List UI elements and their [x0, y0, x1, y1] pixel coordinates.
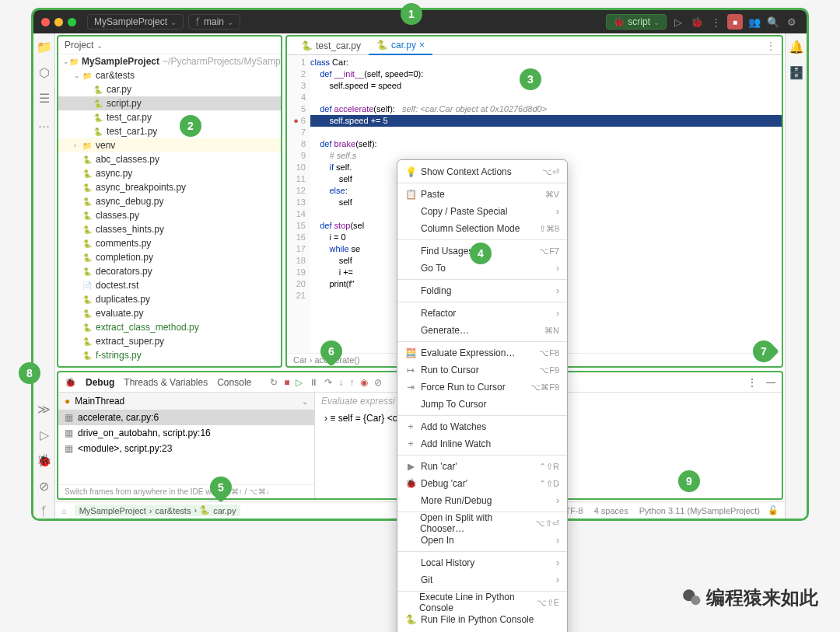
run-tool-icon[interactable]: ▷	[40, 428, 49, 442]
run-config-selector[interactable]: 🐞 script	[606, 14, 667, 30]
context-menu-item[interactable]: Open In›	[397, 532, 567, 549]
context-menu-item[interactable]: Folding›	[397, 282, 567, 299]
tree-item[interactable]: 🐍comments.py	[58, 236, 281, 250]
collapse-icon[interactable]: —	[766, 377, 775, 388]
context-menu-item[interactable]: +Add Inline Watch	[397, 435, 567, 452]
tree-item[interactable]: ⌄📁car&tests	[58, 68, 281, 82]
window-controls[interactable]	[41, 18, 76, 26]
context-menu-item[interactable]: Git›	[397, 571, 567, 588]
step-over-icon[interactable]: ↷	[324, 377, 332, 388]
tree-item[interactable]: 🐍test_car1.py	[58, 124, 281, 138]
context-menu-item[interactable]: Refactor›	[397, 305, 567, 322]
tree-item[interactable]: 🐍classes.py	[58, 208, 281, 222]
context-menu-item[interactable]: 💡Show Context Actions⌥⏎	[397, 163, 567, 180]
frames-list[interactable]: ▦ accelerate, car.py:6▦ drive_on_autobah…	[58, 410, 314, 484]
context-menu-item[interactable]: ⎘Compare with Clipboard	[397, 628, 567, 632]
close-icon[interactable]: ×	[419, 40, 425, 51]
editor-options-icon[interactable]: ⋮	[766, 40, 782, 51]
problems-tool-icon[interactable]: ⊘	[39, 479, 49, 494]
status-item[interactable]: 4 spaces	[594, 506, 628, 515]
mute-breakpoints-icon[interactable]: ⊘	[374, 377, 382, 388]
zoom-window-icon[interactable]	[68, 18, 76, 26]
tree-item[interactable]: 🐍abc_classes.py	[58, 152, 281, 166]
navigation-breadcrumb[interactable]: MySampleProject › car&tests › 🐍 car.py	[75, 505, 241, 516]
vcs-tool-icon[interactable]: ᚶ	[40, 505, 48, 519]
context-menu-item[interactable]: Jump To Cursor	[397, 396, 567, 413]
frame-row[interactable]: ▦ <module>, script.py:23	[58, 441, 314, 456]
tree-item[interactable]: 🐍decorators.py	[58, 264, 281, 278]
tree-item[interactable]: 🐍async_breakpoints.py	[58, 180, 281, 194]
minimize-window-icon[interactable]	[54, 18, 63, 26]
step-out-icon[interactable]: ↑	[349, 377, 354, 388]
tree-item[interactable]: 🐍extract_class_method.py	[58, 320, 281, 334]
context-menu-item[interactable]: Copy / Paste Special›	[397, 203, 567, 220]
project-tree[interactable]: ⌄📁MySampleProject~/PycharmProjects/MySam…	[58, 54, 281, 366]
notifications-icon[interactable]: 🔔	[789, 40, 804, 54]
context-menu-item[interactable]: ▶Run 'car'⌃⇧R	[397, 458, 567, 475]
status-item[interactable]: Python 3.11 (MySampleProject)	[639, 506, 760, 515]
context-menu-item[interactable]: 🧮Evaluate Expression…⌥F8	[397, 344, 567, 361]
run-button[interactable]: ▷	[671, 15, 685, 29]
tree-item[interactable]: 🐍f-strings.py	[58, 348, 281, 362]
commit-tool-icon[interactable]: ⬡	[39, 65, 50, 80]
project-pane-header[interactable]: Project	[58, 37, 281, 54]
tree-item[interactable]: 🐍extract_super.py	[58, 334, 281, 348]
context-menu-item[interactable]: ↦Run to Cursor⌥F9	[397, 361, 567, 379]
search-icon[interactable]: 🔍	[766, 15, 780, 29]
tree-item[interactable]: ›📁venv	[58, 138, 281, 152]
settings-icon[interactable]: ⚙	[785, 15, 799, 29]
debug-button[interactable]: 🐞	[690, 15, 704, 29]
tree-item[interactable]: 🐍completion.py	[58, 250, 281, 264]
context-menu-item[interactable]: Generate…⌘N	[397, 322, 567, 339]
context-menu-item[interactable]: 📋Paste⌘V	[397, 186, 567, 203]
tab-car[interactable]: 🐍 car.py ×	[369, 37, 432, 55]
context-menu-item[interactable]: ⇥Force Run to Cursor⌥⌘F9	[397, 379, 567, 396]
tree-item[interactable]: 📄doctest.rst	[58, 278, 281, 292]
tree-item[interactable]: ⌄📁MySampleProject~/PycharmProjects/MySam…	[58, 54, 281, 68]
tree-item[interactable]: 🐍test_car.py	[58, 110, 281, 124]
tree-item[interactable]: 🐍async.py	[58, 166, 281, 180]
thread-selector[interactable]: ● MainThread	[58, 393, 314, 410]
stop-icon[interactable]: ■	[284, 377, 289, 388]
structure-tool-icon[interactable]: ☰	[39, 91, 50, 106]
context-menu-item[interactable]: +Add to Watches	[397, 418, 567, 435]
python-console-icon[interactable]: ≫	[37, 402, 51, 417]
step-into-icon[interactable]: ↓	[338, 377, 343, 388]
view-breakpoints-icon[interactable]: ◉	[360, 377, 368, 388]
context-menu-item[interactable]: Column Selection Mode⇧⌘8	[397, 220, 567, 237]
hide-icon[interactable]: ⋮	[747, 377, 757, 388]
tree-item[interactable]: 🐍script.py	[58, 96, 281, 110]
context-menu[interactable]: 💡Show Context Actions⌥⏎📋Paste⌘VCopy / Pa…	[397, 159, 568, 632]
tree-item[interactable]: 🐍car.py	[58, 82, 281, 96]
more-actions-icon[interactable]: ⋮	[709, 15, 723, 29]
debug-tab-debug[interactable]: Debug	[86, 377, 114, 388]
debug-tab-console[interactable]: Console	[217, 377, 251, 388]
resume-icon[interactable]: ▷	[296, 377, 303, 388]
vcs-branch[interactable]: ᚶ main	[188, 14, 240, 30]
code-with-me-icon[interactable]: 👥	[747, 15, 761, 29]
more-tool-icon[interactable]: …	[38, 117, 51, 131]
rerun-icon[interactable]: ↻	[270, 377, 278, 388]
tree-item[interactable]: 🐍evaluate.py	[58, 306, 281, 320]
frame-row[interactable]: ▦ drive_on_autobahn, script.py:16	[58, 425, 314, 441]
context-menu-item[interactable]: Local History›	[397, 554, 567, 571]
tree-item[interactable]: 🐍classes_hints.py	[58, 222, 281, 236]
close-window-icon[interactable]	[41, 18, 50, 26]
tree-item[interactable]: 🐍duplicates.py	[58, 292, 281, 306]
project-selector[interactable]: MySampleProject	[87, 14, 184, 30]
context-menu-item[interactable]: Open in Split with Chooser…⌥⇧⏎	[397, 515, 567, 532]
debug-tab-threads[interactable]: Threads & Variables	[124, 377, 208, 388]
read-only-icon[interactable]: 🔓	[768, 505, 779, 515]
context-menu-item[interactable]: Execute Line in Python Console⌥⇧E	[397, 594, 567, 611]
stop-button[interactable]: ■	[727, 14, 743, 30]
project-tool-icon[interactable]: 📁	[37, 40, 52, 54]
frame-row[interactable]: ▦ accelerate, car.py:6	[58, 410, 314, 425]
context-menu-item[interactable]: More Run/Debug›	[397, 492, 567, 509]
tab-test-car[interactable]: 🐍 test_car.py	[293, 37, 369, 54]
tree-item[interactable]: 🐍async_debug.py	[58, 194, 281, 208]
pause-icon[interactable]: ⏸	[309, 377, 318, 388]
lock-icon[interactable]: ⌂	[61, 506, 67, 515]
debug-tool-icon[interactable]: 🐞	[37, 453, 52, 468]
context-menu-item[interactable]: 🐞Debug 'car'⌃⇧D	[397, 475, 567, 492]
database-icon[interactable]: 🗄️	[789, 65, 804, 80]
